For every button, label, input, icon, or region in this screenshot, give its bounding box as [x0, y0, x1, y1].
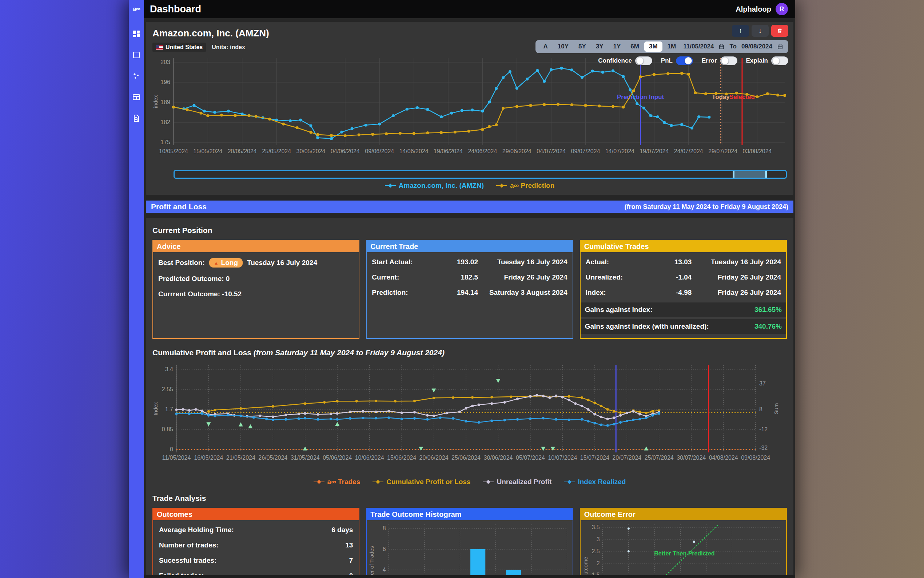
range-5Y[interactable]: 5Y: [574, 42, 591, 52]
svg-text:189: 189: [160, 99, 170, 105]
svg-text:30/07/2024: 30/07/2024: [676, 455, 706, 461]
units-label: Units: index: [212, 44, 245, 50]
date-to-field[interactable]: 09/08/2024: [739, 42, 775, 51]
svg-text:-32: -32: [759, 445, 767, 451]
table-icon[interactable]: [132, 93, 141, 102]
calendar-icon[interactable]: [718, 44, 725, 50]
us-flag-icon: [156, 45, 163, 50]
svg-text:25/06/2024: 25/06/2024: [451, 455, 481, 461]
top-bar: a∞ Dashboard Alphaloop R: [129, 0, 795, 18]
explain-toggle-label: Explain: [746, 57, 768, 65]
best-position-label: Best Position:: [158, 259, 205, 267]
pnl-section-header: Profit and Loss (from Saturday 11 May 20…: [146, 201, 793, 213]
chart-toggles: Confidence PnL Error Explain: [598, 57, 788, 65]
range-1Y[interactable]: 1Y: [608, 42, 626, 52]
svg-text:14/06/2024: 14/06/2024: [400, 148, 429, 154]
histogram-header: Trade Outcome Histogram: [367, 508, 572, 520]
svg-text:05/07/2024: 05/07/2024: [516, 455, 545, 461]
gains-against-index-row: Gains against Index:361.65%: [581, 302, 786, 317]
svg-text:2.55: 2.55: [162, 386, 173, 392]
error-toggle-label: Error: [702, 57, 717, 65]
app-window: a∞ Dashboard Alphaloop R Amazon.com, Inc…: [129, 0, 795, 578]
svg-text:04/06/2024: 04/06/2024: [331, 148, 360, 154]
legend-item-cumulative-pnl[interactable]: Cumulative Profit or Loss: [372, 478, 470, 486]
table-row: Actual:13.03Tuesday 16 July 2024: [585, 255, 782, 270]
table-row: Start Actual:193.02Tuesday 16 July 2024: [371, 255, 568, 270]
legend-item-trades[interactable]: a∞ Trades: [314, 478, 361, 486]
svg-text:25/05/2024: 25/05/2024: [262, 148, 291, 154]
svg-text:Number of Trades: Number of Trades: [369, 546, 375, 578]
position-cards-row: Advice Best Position: ▲ Long Tuesday 16 …: [152, 240, 787, 339]
svg-text:09/06/2024: 09/06/2024: [365, 148, 394, 154]
svg-text:Sum: Sum: [773, 403, 779, 414]
window-footer: [129, 575, 795, 578]
confidence-toggle-label: Confidence: [598, 57, 632, 65]
svg-text:24/06/2024: 24/06/2024: [468, 148, 497, 154]
report-search-icon[interactable]: [132, 114, 141, 123]
predicted-outcome: Predicted Outcome: 0: [157, 271, 354, 286]
svg-text:3: 3: [596, 536, 599, 542]
range-3Y[interactable]: 3Y: [591, 42, 608, 52]
svg-text:16/05/2024: 16/05/2024: [194, 455, 223, 461]
range-1M[interactable]: 1M: [663, 42, 681, 52]
explain-toggle[interactable]: [771, 57, 788, 65]
svg-text:20/06/2024: 20/06/2024: [419, 455, 448, 461]
panel-icon[interactable]: [132, 50, 141, 60]
calendar-icon[interactable]: [777, 44, 783, 50]
svg-text:index: index: [152, 95, 159, 108]
range-slider-selection[interactable]: [733, 171, 767, 178]
svg-text:182: 182: [160, 119, 170, 125]
legend-item-amzn[interactable]: Amazon.com, Inc. (AMZN): [385, 182, 484, 190]
error-toggle[interactable]: [720, 57, 737, 65]
legend-item-unrealized[interactable]: Unrealized Profit: [483, 478, 552, 486]
svg-text:4: 4: [383, 567, 386, 573]
svg-text:20/05/2024: 20/05/2024: [228, 148, 257, 154]
country-badge: United States: [152, 42, 206, 52]
advice-card-header: Advice: [153, 240, 359, 252]
pnl-range-note: (from Saturday 11 May 2024 to Friday 9 A…: [625, 203, 789, 211]
svg-text:10/06/2024: 10/06/2024: [355, 455, 384, 461]
delete-button[interactable]: [771, 25, 788, 37]
price-chart[interactable]: 10/05/202415/05/202420/05/202425/05/2024…: [152, 54, 787, 166]
list-item: Average Holding Time:6 days: [157, 522, 354, 537]
outcomes-card: Outcomes Average Holding Time:6 days Num…: [152, 508, 359, 578]
scatter-icon[interactable]: [132, 71, 141, 81]
legend-item-index-realized[interactable]: Index Realized: [564, 478, 626, 486]
cumulative-chart-legend: a∞ Trades Cumulative Profit or Loss Unre…: [152, 478, 787, 486]
move-down-button[interactable]: ↓: [752, 25, 769, 37]
svg-text:0: 0: [170, 446, 173, 453]
range-A[interactable]: A: [538, 42, 552, 52]
table-row: Current:182.5Friday 26 July 2024: [371, 270, 568, 285]
range-6M[interactable]: 6M: [626, 42, 644, 52]
svg-text:203: 203: [160, 59, 170, 65]
chart-range-slider[interactable]: [173, 170, 787, 179]
current-outcome: Currrent Outcome: -10.52: [157, 286, 354, 302]
confidence-toggle[interactable]: [635, 57, 652, 65]
dashboard-icon[interactable]: [132, 29, 141, 39]
range-10Y[interactable]: 10Y: [553, 42, 573, 52]
svg-text:15/07/2024: 15/07/2024: [580, 455, 609, 461]
avatar[interactable]: R: [775, 3, 788, 15]
advice-card: Advice Best Position: ▲ Long Tuesday 16 …: [152, 240, 359, 339]
svg-text:11/05/2024: 11/05/2024: [162, 455, 191, 461]
move-up-button[interactable]: ↑: [732, 25, 749, 37]
svg-text:03/08/2024: 03/08/2024: [743, 148, 772, 154]
legend-item-prediction[interactable]: a∞ Prediction: [496, 182, 554, 190]
range-3M[interactable]: 3M: [644, 42, 662, 52]
trade-analysis-heading: Trade Analysis: [152, 494, 787, 503]
svg-text:37: 37: [759, 380, 766, 386]
svg-text:26/05/2024: 26/05/2024: [258, 455, 287, 461]
svg-text:20/07/2024: 20/07/2024: [612, 455, 641, 461]
chart-action-buttons: ↑ ↓: [732, 25, 788, 37]
date-range-to-label: To: [727, 42, 739, 51]
svg-text:8: 8: [759, 406, 762, 412]
trade-outcome-histogram[interactable]: 02468-3.2 to -2.4-1.6 to -0.80 to 0.81.6…: [367, 520, 572, 578]
cumulative-pnl-chart[interactable]: 11/05/202416/05/202421/05/202426/05/2024…: [152, 362, 787, 476]
cumulative-trades-header: Cumulative Trades: [581, 240, 786, 252]
pnl-toggle-label: PnL: [661, 57, 673, 65]
current-position-heading: Current Position: [152, 226, 787, 235]
account-name: Alphaloop: [736, 5, 771, 13]
pnl-toggle[interactable]: [676, 57, 693, 65]
outcome-error-scatter[interactable]: 00.511.522.533.5-1-0.050.91.852.83.755.5…: [581, 520, 786, 578]
date-from-field[interactable]: 11/05/2024: [681, 42, 716, 51]
